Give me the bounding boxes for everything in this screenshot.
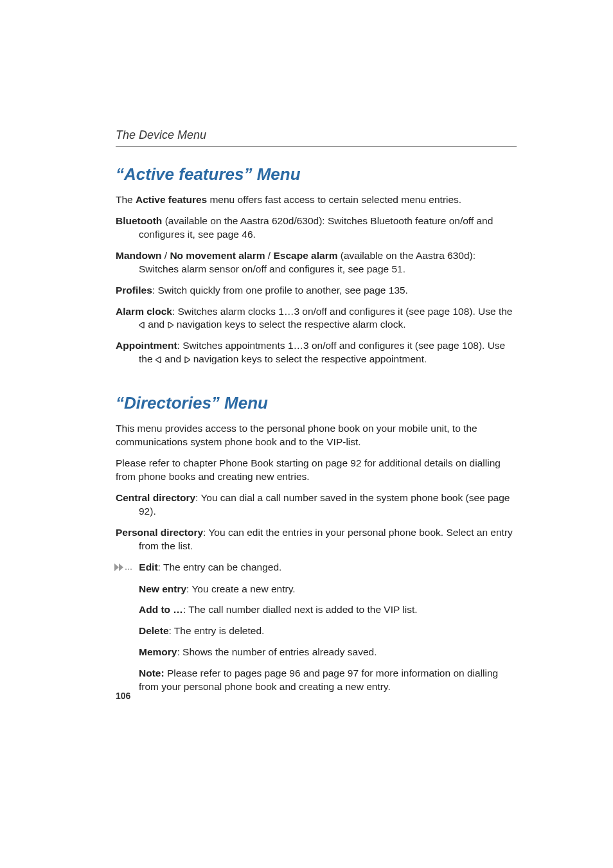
- text-bold: Active features: [136, 194, 207, 205]
- text-bold: Mandown: [116, 250, 161, 261]
- text: /: [265, 250, 274, 261]
- text-bold: Appointment: [116, 340, 177, 351]
- text-bold: Memory: [139, 646, 177, 657]
- text: navigation keys to select the respective…: [190, 353, 427, 364]
- item-personal-directory: Personal directory: You can edit the ent…: [116, 526, 517, 553]
- text-bold: Escape alarm: [273, 250, 337, 261]
- section-title-active-features: “Active features” Menu: [116, 164, 517, 184]
- text: : The call number dialled next is added …: [183, 604, 418, 615]
- text: : You create a new entry.: [186, 583, 295, 594]
- text-bold: Note:: [139, 668, 164, 678]
- item-delete: Delete: The entry is deleted.: [116, 624, 517, 638]
- item-appointment: Appointment: Switches appointments 1…3 o…: [116, 339, 517, 366]
- svg-marker-4: [114, 563, 119, 571]
- text: : Switch quickly from one profile to ano…: [152, 285, 408, 296]
- nav-left-icon: [155, 357, 162, 363]
- page-number: 106: [116, 691, 130, 701]
- text: Please refer to pages page 96 and page 9…: [139, 668, 498, 692]
- text: : The entry can be changed.: [158, 562, 282, 572]
- nav-right-icon: [167, 322, 173, 328]
- item-central-directory: Central directory: You can dial a call n…: [116, 492, 517, 518]
- text-bold: Delete: [139, 625, 169, 636]
- text: navigation keys to select the respective…: [173, 319, 405, 330]
- item-edit: Edit: The entry can be changed.: [116, 561, 517, 575]
- svg-marker-2: [155, 357, 161, 363]
- text-bold: Bluetooth: [116, 215, 162, 226]
- item-memory: Memory: Shows the number of entries alre…: [116, 646, 517, 659]
- nav-right-icon: [184, 357, 190, 363]
- section-title-directories: “Directories” Menu: [116, 393, 517, 413]
- text-bold: Edit: [139, 562, 157, 572]
- svg-point-8: [130, 568, 132, 569]
- text-bold: Add to …: [139, 604, 183, 615]
- text: : The entry is deleted.: [169, 625, 265, 636]
- text-bold: Central directory: [116, 492, 195, 503]
- text-bold: Profiles: [116, 285, 152, 296]
- nav-left-icon: [139, 322, 145, 328]
- text: menu offers fast access to certain selec…: [207, 194, 461, 205]
- active-features-intro: The Active features menu offers fast acc…: [116, 193, 517, 207]
- text: and: [162, 353, 184, 364]
- svg-marker-5: [119, 563, 123, 571]
- menu-continue-icon: [114, 562, 136, 575]
- text: : Shows the number of entries already sa…: [177, 646, 377, 657]
- svg-point-7: [128, 568, 129, 569]
- text: (available on the Aastra 620d/630d): Swi…: [139, 215, 493, 240]
- item-new-entry: New entry: You create a new entry.: [116, 583, 517, 596]
- item-profiles: Profiles: Switch quickly from one profil…: [116, 284, 517, 297]
- text-bold: No movement alarm: [170, 250, 265, 261]
- item-mandown: Mandown / No movement alarm / Escape ala…: [116, 249, 517, 276]
- svg-marker-0: [139, 322, 144, 328]
- text-bold: Personal directory: [116, 527, 203, 538]
- directories-intro-2: Please refer to chapter Phone Book start…: [116, 457, 517, 484]
- text: The: [116, 194, 136, 205]
- item-alarm-clock: Alarm clock: Switches alarm clocks 1…3 o…: [116, 305, 517, 332]
- text-bold: New entry: [139, 583, 186, 594]
- item-note: Note: Please refer to pages page 96 and …: [116, 667, 517, 694]
- item-bluetooth: Bluetooth (available on the Aastra 620d/…: [116, 215, 517, 242]
- directories-intro-1: This menu provides access to the persona…: [116, 422, 517, 449]
- running-head: The Device Menu: [116, 128, 517, 146]
- text-bold: Alarm clock: [116, 306, 172, 317]
- text: : Switches alarm clocks 1…3 on/off and c…: [172, 306, 513, 317]
- text: and: [145, 319, 167, 330]
- text: /: [161, 250, 170, 261]
- item-add-to: Add to …: The call number dialled next i…: [116, 603, 517, 617]
- svg-point-6: [125, 568, 127, 569]
